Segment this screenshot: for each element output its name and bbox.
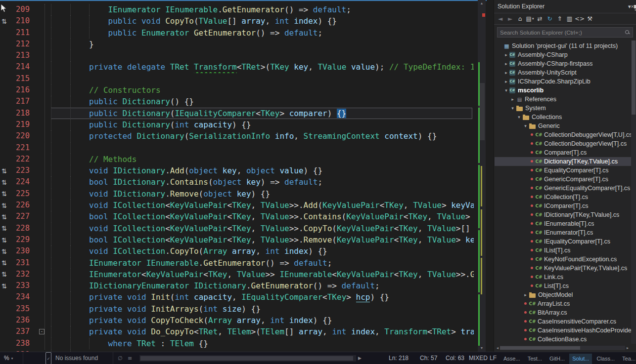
sync-with-active-document-button[interactable]: ⇄ xyxy=(535,14,545,23)
tab-assembly-explorer[interactable]: Asse... xyxy=(500,354,523,364)
code-line-219[interactable]: 219public Dictionary(int capacity) {} xyxy=(0,119,474,130)
reference-marker-icon[interactable]: ⇅ xyxy=(1,17,7,25)
code-line-225[interactable]: ⇅225void IDictionary.Remove(object key) … xyxy=(0,188,474,200)
tree-item-icomparer-t-cs[interactable]: C#IComparer[T].cs xyxy=(495,202,631,210)
issues-status[interactable]: No issues found xyxy=(55,352,98,364)
reference-marker-icon[interactable]: ⇅ xyxy=(1,213,7,220)
code-line-215[interactable]: 215 xyxy=(0,73,474,84)
tree-item-icollection-t-cs[interactable]: C#ICollection[T].cs xyxy=(495,193,631,202)
chevron-expanded-icon[interactable]: ▾ xyxy=(503,88,509,93)
document-health-icon[interactable]: ✓ xyxy=(45,352,51,364)
tree-item-caseinsensitivecomparer-cs[interactable]: C#CaseInsensitiveComparer.cs xyxy=(495,317,631,326)
tab-github[interactable]: GitH... xyxy=(546,354,568,364)
scrollbar-track[interactable] xyxy=(500,346,625,350)
tree-item-arraylist-cs[interactable]: C#ArrayList.cs xyxy=(495,299,631,308)
tree-item-ilist-t-cs[interactable]: C#IList[T].cs xyxy=(495,246,631,255)
status-misc-icon-1[interactable]: ∅ xyxy=(118,352,123,364)
column-indicator[interactable]: Col: 63 xyxy=(446,352,464,364)
code-line-227[interactable]: ⇅227bool ICollection<KeyValuePair<TKey, … xyxy=(0,211,474,222)
tree-item-references[interactable]: ▸▤References xyxy=(495,95,631,104)
tree-item-mscorlib[interactable]: ▾C#mscorlib xyxy=(495,86,631,95)
tree-item-comparer-t-cs[interactable]: C#Comparer[T].cs xyxy=(495,148,631,157)
code-line-231[interactable]: ⇅231IEnumerator IEnumerable.GetEnumerato… xyxy=(0,257,474,269)
chevron-collapsed-icon[interactable]: ▸ xyxy=(522,292,529,297)
scroll-right-arrow-icon[interactable]: ▸ xyxy=(625,346,630,350)
code-line-232[interactable]: ⇅232IEnumerator<KeyValuePair<TKey, TValu… xyxy=(0,269,474,280)
code-line-239[interactable]: 239private static KeyValuePair<TKey, TVa… xyxy=(0,349,474,352)
tree-item-genericcomparer-t-cs[interactable]: C#GenericComparer[T].cs xyxy=(495,175,631,184)
scrollbar-up-arrow-icon[interactable]: ▲ xyxy=(478,1,486,5)
reference-marker-icon[interactable]: ⇅ xyxy=(1,282,7,289)
scrollbar-thumb[interactable] xyxy=(632,40,636,115)
forward-button[interactable]: ► xyxy=(505,14,515,23)
reference-marker-icon[interactable]: ⇅ xyxy=(1,271,7,278)
properties-button[interactable]: ⚒ xyxy=(585,14,594,23)
refresh-button[interactable]: ↻ xyxy=(545,14,554,23)
char-indicator[interactable]: Ch: 57 xyxy=(420,352,437,364)
tab-class-view[interactable]: Class... xyxy=(593,354,618,364)
code-line-229[interactable]: ⇅229bool ICollection<KeyValuePair<TKey, … xyxy=(0,234,474,245)
tree-item-system[interactable]: ▾System xyxy=(495,104,631,113)
chevron-collapsed-icon[interactable]: ▸ xyxy=(503,52,509,57)
code-line-238[interactable]: 238where TRet : TElem {} xyxy=(0,338,474,349)
tab-team-explorer[interactable]: Tea... xyxy=(619,354,636,364)
editor-vertical-scrollbar[interactable]: ▲ ▼ xyxy=(478,0,486,352)
tree-item-genericequalitycomparer-t-cs[interactable]: C#GenericEqualityComparer[T].cs xyxy=(495,184,631,193)
code-line-210[interactable]: ⇅210public void CopyTo(TValue[] array, i… xyxy=(0,15,474,27)
code-line-214[interactable]: 214private delegate TRet Transform<TRet>… xyxy=(0,61,474,73)
code-line-234[interactable]: 234private void Init(int capacity, IEqua… xyxy=(0,291,474,303)
tree-item-icsharpcode-sharpziplib[interactable]: ▸C#ICSharpCode.SharpZipLib xyxy=(495,77,631,86)
scrollbar-thumb[interactable] xyxy=(500,346,580,350)
hscroll-right-arrow-icon[interactable]: ▶ xyxy=(358,352,362,364)
indent-mode-indicator[interactable]: MIXED xyxy=(469,352,488,364)
chevron-collapsed-icon[interactable]: ▸ xyxy=(503,70,509,75)
reference-marker-icon[interactable]: ⇅ xyxy=(1,225,7,232)
code-line-233[interactable]: ⇅233IDictionaryEnumerator IDictionary.Ge… xyxy=(0,280,474,291)
tree-item-assembly-csharp[interactable]: ▸C#Assembly-CSharp xyxy=(495,50,631,59)
reference-marker-icon[interactable]: ⇅ xyxy=(1,236,7,243)
collapse-all-button[interactable]: ⇑ xyxy=(555,14,564,23)
code-line-222[interactable]: 222// Methods xyxy=(0,154,474,165)
line-indicator[interactable]: Ln: 218 xyxy=(389,352,409,364)
tree-item-list-t-cs[interactable]: C#List[T].cs xyxy=(495,282,631,290)
tree-item-objectmodel[interactable]: ▸ObjectModel xyxy=(495,290,631,299)
scrollbar-down-arrow-icon[interactable]: ▼ xyxy=(478,346,486,350)
chevron-collapsed-icon[interactable]: ▸ xyxy=(503,79,509,84)
tree-item-collectiondebuggerview-t-u-cs[interactable]: C#CollectionDebuggerView[T,U].cs xyxy=(495,130,631,139)
editor-horizontal-scrollbar[interactable] xyxy=(139,355,356,362)
code-line-235[interactable]: 235private void InitArrays(int size) {} xyxy=(0,303,474,315)
code-line-209[interactable]: 209IEnumerator IEnumerable.GetEnumerator… xyxy=(0,4,474,15)
code-line-224[interactable]: ⇅224bool IDictionary.Contains(object key… xyxy=(0,176,474,188)
tree-item-collectionbase-cs[interactable]: C#CollectionBase.cs xyxy=(495,335,631,344)
tree-item-bitarray-cs[interactable]: C#BitArray.cs xyxy=(495,308,631,317)
scroll-left-arrow-icon[interactable]: ◂ xyxy=(495,346,500,350)
code-line-218[interactable]: 218public Dictionary(IEqualityComparer<T… xyxy=(0,108,474,119)
home-button[interactable]: ⌂ xyxy=(515,14,525,23)
tree-item-keynotfoundexception-cs[interactable]: C#KeyNotFoundException.cs xyxy=(495,255,631,264)
window-position-menu-button[interactable]: ▾ xyxy=(628,3,631,9)
tree-item-keyvaluepair-tkey-tvalue-cs[interactable]: C#KeyValuePair[TKey,TValue].cs xyxy=(495,264,631,273)
search-input[interactable]: Search Solution Explorer (Ctrl+;) xyxy=(497,27,633,38)
tree-item-assembly-csharp-firstpass[interactable]: ▸C#Assembly-CSharp-firstpass xyxy=(495,59,631,68)
tree-item-idictionary-tkey-tvalue-cs[interactable]: C#IDictionary[TKey,TValue].cs xyxy=(495,210,631,219)
reference-marker-icon[interactable]: ⇅ xyxy=(1,190,7,198)
code-line-211[interactable]: 211public Enumerator GetEnumerator() => … xyxy=(0,27,474,39)
fold-collapse-toggle[interactable]: - xyxy=(39,329,45,334)
chevron-collapsed-icon[interactable]: ▸ xyxy=(509,97,516,102)
tree-item-collectiondebuggerview-t-cs[interactable]: C#CollectionDebuggerView[T].cs xyxy=(495,139,631,148)
line-ending-indicator[interactable]: LF xyxy=(490,352,497,364)
close-button[interactable]: × xyxy=(631,3,634,9)
code-line-216[interactable]: 216// Constructors xyxy=(0,84,474,96)
tree-item-solution-project-gui-11-of-11-projects[interactable]: ▦Solution 'project-gui' (11 of 11 projec… xyxy=(495,41,631,50)
chevron-collapsed-icon[interactable]: ▸ xyxy=(503,61,509,66)
solution-explorer-horizontal-scrollbar[interactable]: ◂ ▸ xyxy=(495,345,630,351)
tab-test-explorer[interactable]: Test... xyxy=(525,354,545,364)
chevron-expanded-icon[interactable]: ▾ xyxy=(522,123,529,128)
code-line-230[interactable]: ⇅230void ICollection.CopyTo(Array array,… xyxy=(0,245,474,257)
search-icon[interactable] xyxy=(625,30,630,35)
code-line-217[interactable]: 217public Dictionary() {} xyxy=(0,96,474,107)
show-all-files-button[interactable]: ▥ xyxy=(565,14,574,23)
tree-item-dictionary-tkey-tvalue-cs[interactable]: C#Dictionary[TKey,TValue].cs xyxy=(495,157,631,166)
code-line-236[interactable]: 236private void CopyToCheck(Array array,… xyxy=(0,315,474,326)
reference-marker-icon[interactable]: ⇅ xyxy=(1,247,7,255)
